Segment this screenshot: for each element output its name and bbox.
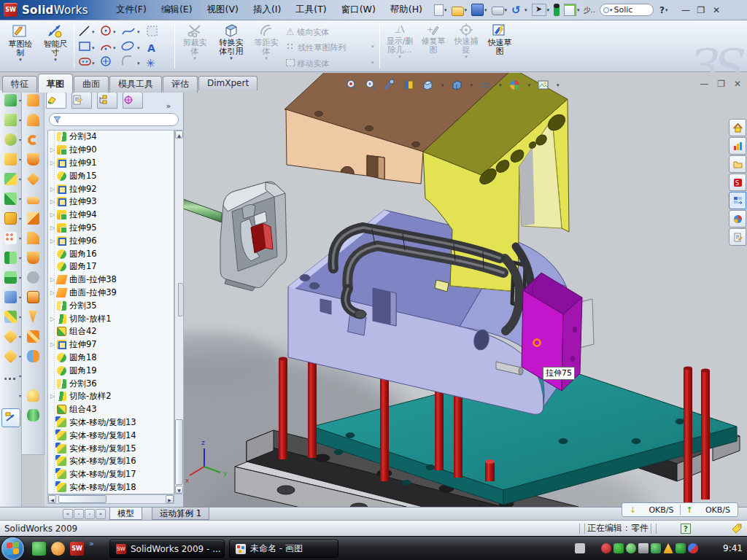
- print-icon[interactable]: [492, 7, 504, 15]
- toolbar-button[interactable]: [22, 169, 44, 189]
- toolbar-button[interactable]: ▾: [0, 228, 21, 248]
- tree-item[interactable]: ▷切除-放样2: [48, 390, 174, 403]
- quicklaunch-overflow[interactable]: »: [89, 539, 94, 548]
- panel-chevron[interactable]: »: [166, 101, 171, 111]
- design-library-icon[interactable]: [729, 192, 746, 209]
- selected-tool-button[interactable]: [1, 408, 20, 427]
- menu-item[interactable]: 帮助(H): [383, 1, 430, 18]
- property-manager-tab[interactable]: [71, 92, 92, 109]
- tree-item[interactable]: ▷圆角16: [48, 247, 174, 260]
- toolbar-button[interactable]: ▾: [0, 189, 21, 209]
- command-tab[interactable]: 草图: [38, 74, 73, 93]
- tray-badge-icon[interactable]: [626, 543, 636, 553]
- tree-item[interactable]: ▷组合43: [48, 403, 174, 416]
- taskbar-window-solidworks[interactable]: SW SolidWorks 2009 - ...: [109, 540, 225, 558]
- toolbar-button[interactable]: [22, 287, 44, 307]
- close-button[interactable]: ✕: [708, 5, 724, 15]
- resources-icon[interactable]: [729, 137, 746, 155]
- minimize-button[interactable]: —: [678, 5, 693, 15]
- display-delete-relations-button[interactable]: ⊥ 显示/删除几... ▾: [382, 23, 417, 61]
- graphics-viewport[interactable]: zxy ▾ ▾ ▾ ▾ ▾ — ❐ ✕ S 拉伸75: [184, 73, 747, 507]
- tree-item[interactable]: ▷拉伸92: [48, 182, 174, 195]
- toolbar-button[interactable]: [22, 268, 44, 287]
- command-tab[interactable]: 曲面: [74, 76, 109, 93]
- quick-tips-icon[interactable]: ?: [681, 524, 691, 534]
- first-tab-button[interactable]: «: [63, 509, 73, 519]
- home-icon[interactable]: [729, 119, 746, 136]
- start-button[interactable]: [1, 537, 24, 560]
- quicklaunch-picasa-icon[interactable]: [51, 542, 65, 556]
- tree-item[interactable]: ▷组合42: [48, 325, 174, 338]
- tree-item[interactable]: ▷实体-移动/复制16: [48, 455, 174, 468]
- command-tab[interactable]: 特征: [2, 76, 37, 93]
- tree-item[interactable]: ▷拉伸94: [48, 209, 174, 222]
- sketch-button[interactable]: 草图绘制 ▾: [3, 23, 38, 63]
- toolbar-button[interactable]: [22, 327, 44, 346]
- tree-filter-input[interactable]: [49, 113, 179, 126]
- tray-cross-shield-icon[interactable]: [676, 543, 686, 553]
- tree-item[interactable]: ▷圆角18: [48, 351, 174, 365]
- appearances-icon[interactable]: [729, 210, 746, 228]
- quicklaunch-solidworks-icon[interactable]: SW: [70, 542, 84, 556]
- mirror-entities-button[interactable]: ⚠ 镜向实体: [286, 26, 329, 38]
- tree-item[interactable]: ▷圆角17: [48, 260, 174, 273]
- trim-entities-button[interactable]: 剪裁实体 ▾: [177, 23, 212, 62]
- toolbar-button[interactable]: ▾: [0, 149, 21, 169]
- open-folder-icon[interactable]: [729, 155, 746, 173]
- configuration-manager-tab[interactable]: [97, 92, 117, 109]
- tray-security-icon[interactable]: [601, 543, 611, 553]
- tree-item[interactable]: ▷拉伸95: [48, 222, 174, 235]
- options-icon[interactable]: [564, 4, 576, 16]
- menu-item[interactable]: 工具(T): [288, 1, 333, 18]
- last-tab-button[interactable]: »: [96, 509, 106, 519]
- toolbar-button[interactable]: [22, 386, 44, 405]
- next-tab-button[interactable]: ›: [85, 509, 95, 519]
- toolbar-button[interactable]: [22, 307, 44, 327]
- toolbar-button[interactable]: [22, 110, 44, 130]
- toolbar-button[interactable]: [22, 366, 44, 386]
- select-cursor-icon[interactable]: ➤: [532, 4, 546, 16]
- toolbar-button[interactable]: [22, 228, 44, 248]
- quicklaunch-messenger-icon[interactable]: [32, 542, 46, 556]
- toolbar-button[interactable]: ▾: [0, 169, 21, 189]
- tree-item[interactable]: ▷曲面-拉伸39: [48, 287, 174, 300]
- tree-item[interactable]: ▷曲面-拉伸38: [48, 273, 174, 287]
- offset-entities-button[interactable]: 等距实体 ▾: [251, 23, 282, 62]
- tree-item[interactable]: ▷分割36: [48, 377, 174, 390]
- toolbar-button[interactable]: ▾: [0, 248, 21, 268]
- tree-item[interactable]: ▷圆角19: [48, 364, 174, 377]
- open-icon[interactable]: [452, 7, 464, 16]
- toolbar-button[interactable]: ▾: [0, 386, 21, 405]
- tree-item[interactable]: ▷分割34: [48, 131, 174, 144]
- tray-leaf-icon[interactable]: [651, 543, 661, 553]
- toolbar-button[interactable]: [22, 149, 44, 169]
- menu-item[interactable]: 窗口(W): [334, 1, 383, 18]
- toolbar-button[interactable]: ▾: [0, 90, 21, 110]
- toolbar-button[interactable]: [22, 405, 44, 425]
- command-tab[interactable]: DimXpert: [198, 76, 258, 90]
- rapid-sketch-button[interactable]: 快速草图: [483, 23, 516, 56]
- toolbar-button[interactable]: [22, 248, 44, 268]
- sw-content-icon[interactable]: S: [729, 174, 746, 191]
- feature-manager-tab[interactable]: [46, 92, 66, 109]
- toolbar-button[interactable]: [22, 209, 44, 228]
- restore-button[interactable]: ❐: [693, 5, 708, 15]
- tree-item[interactable]: ▷实体-移动/复制18: [48, 481, 174, 494]
- taskbar-window-paint[interactable]: 未命名 - 画图: [229, 540, 338, 558]
- tree-horizontal-scrollbar[interactable]: ◀ ▶: [47, 494, 174, 504]
- tree-item[interactable]: ▷分割35: [48, 299, 174, 312]
- convert-entities-button[interactable]: 转换实体引用 ▾: [212, 23, 250, 62]
- traffic-light-icon[interactable]: [554, 4, 560, 16]
- smart-dimension-button[interactable]: 智能尺寸 ▾: [38, 23, 73, 63]
- new-document-icon[interactable]: [434, 4, 444, 16]
- menu-item[interactable]: 文件(F): [109, 1, 154, 18]
- tree-item[interactable]: ▷拉伸96: [48, 234, 174, 247]
- menu-item[interactable]: 插入(I): [246, 1, 288, 18]
- command-tab[interactable]: 模具工具: [109, 76, 162, 93]
- dimxpert-manager-tab[interactable]: [123, 92, 143, 109]
- toolbar-button[interactable]: [22, 346, 44, 366]
- model-tab[interactable]: 模型: [109, 508, 142, 520]
- toolbar-button[interactable]: [22, 189, 44, 209]
- tree-item[interactable]: ▷拉伸90: [48, 144, 174, 157]
- tray-shield-green-icon[interactable]: [614, 543, 624, 553]
